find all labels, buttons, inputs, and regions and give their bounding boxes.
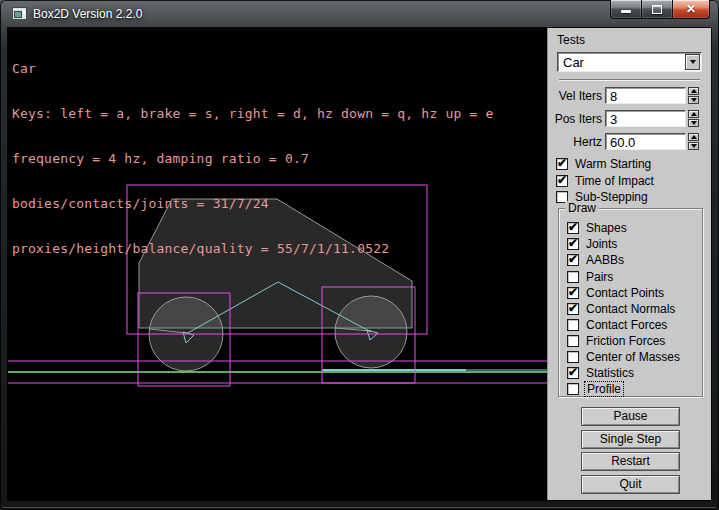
- checkbox-statistics[interactable]: ✔ Statistics: [567, 366, 634, 379]
- maximize-icon: [652, 5, 662, 14]
- checkbox-center-of-masses[interactable]: Center of Masses: [567, 350, 680, 363]
- checkbox-box[interactable]: ✔: [567, 367, 579, 379]
- test-title-line: Car: [12, 61, 494, 76]
- app-icon: [12, 7, 27, 20]
- check-mark: ✔: [568, 365, 578, 379]
- tests-dropdown[interactable]: Car: [557, 52, 702, 72]
- title-bar[interactable]: Box2D Version 2.2.0 ✕: [0, 0, 719, 28]
- close-icon: ✕: [686, 3, 696, 15]
- arrow-down-icon: [691, 144, 697, 148]
- hertz-value: 60.0: [610, 135, 635, 150]
- check-mark: ✔: [568, 301, 578, 315]
- checkbox-contact-normals[interactable]: ✔ Contact Normals: [567, 302, 675, 315]
- check-mark: ✔: [568, 285, 578, 299]
- checkbox-warm-starting[interactable]: ✔ Warm Starting: [556, 157, 651, 170]
- pos-iters-label: Pos Iters: [548, 112, 602, 126]
- checkbox-label: Contact Forces: [586, 318, 667, 332]
- checkbox-box[interactable]: [567, 351, 579, 363]
- checkbox-label: Contact Normals: [586, 302, 675, 316]
- checkbox-box[interactable]: [567, 319, 579, 331]
- tests-dropdown-button[interactable]: [685, 54, 700, 70]
- hertz-spin-up[interactable]: [688, 133, 699, 141]
- client-area: Car Keys: left = a, brake = s, right = d…: [8, 28, 711, 500]
- checkbox-label: Time of Impact: [575, 174, 654, 188]
- pause-button[interactable]: Pause: [581, 407, 680, 426]
- checkbox-box[interactable]: ✔: [556, 158, 568, 170]
- checkbox-pairs[interactable]: Pairs: [567, 270, 613, 283]
- restart-button[interactable]: Restart: [581, 452, 680, 471]
- checkbox-label: Joints: [586, 237, 617, 251]
- close-button[interactable]: ✕: [672, 0, 710, 19]
- checkbox-time-of-impact[interactable]: ✔ Time of Impact: [556, 174, 654, 187]
- checkbox-label: Center of Masses: [586, 350, 680, 364]
- pos-iters-field[interactable]: 3: [605, 110, 686, 127]
- checkbox-friction-forces[interactable]: Friction Forces: [567, 334, 665, 347]
- check-mark: ✔: [568, 252, 578, 266]
- pos-iters-spin-up[interactable]: [688, 110, 699, 118]
- checkbox-label: AABBs: [586, 253, 624, 267]
- arrow-down-icon: [691, 98, 697, 102]
- proxies-line: proxies/height/balance/quality = 55/7/1/…: [12, 241, 494, 256]
- simulation-viewport[interactable]: Car Keys: left = a, brake = s, right = d…: [8, 28, 547, 500]
- window-title: Box2D Version 2.2.0: [33, 7, 142, 21]
- checkbox-box[interactable]: ✔: [567, 222, 579, 234]
- checkbox-contact-forces[interactable]: Contact Forces: [567, 318, 667, 331]
- bodies-line: bodies/contacts/joints = 31/7/24: [12, 196, 494, 211]
- checkbox-label: Friction Forces: [586, 334, 665, 348]
- checkbox-box[interactable]: ✔: [567, 238, 579, 250]
- tests-dropdown-value: Car: [563, 55, 584, 70]
- minimize-button[interactable]: [610, 0, 642, 19]
- pos-iters-value: 3: [610, 112, 617, 127]
- checkbox-box[interactable]: ✔: [556, 175, 568, 187]
- checkbox-contact-points[interactable]: ✔ Contact Points: [567, 286, 664, 299]
- debug-text: Car Keys: left = a, brake = s, right = d…: [12, 31, 494, 286]
- vel-iters-field[interactable]: 8: [605, 87, 686, 104]
- checkbox-label: Contact Points: [586, 286, 664, 300]
- pos-iters-spinner: [688, 110, 699, 127]
- checkbox-box[interactable]: [567, 335, 579, 347]
- quit-button[interactable]: Quit: [581, 475, 680, 494]
- hertz-row: Hertz 60.0: [548, 133, 712, 150]
- checkbox-box[interactable]: ✔: [567, 287, 579, 299]
- hertz-label: Hertz: [548, 135, 602, 149]
- arrow-down-icon: [691, 121, 697, 125]
- checkbox-shapes[interactable]: ✔ Shapes: [567, 221, 627, 234]
- maximize-button[interactable]: [641, 0, 673, 19]
- minimize-icon: [621, 10, 631, 13]
- hertz-field[interactable]: 60.0: [605, 133, 686, 150]
- checkbox-label: Profile: [584, 381, 624, 397]
- check-mark: ✔: [568, 236, 578, 250]
- check-mark: ✔: [557, 173, 567, 187]
- control-panel: Tests Car Vel Iters 8 Pos Iters 3: [547, 28, 711, 500]
- hertz-spin-down[interactable]: [688, 142, 699, 150]
- vel-iters-value: 8: [610, 89, 617, 104]
- tests-label: Tests: [557, 33, 585, 47]
- checkbox-label: Shapes: [586, 221, 627, 235]
- window-controls: ✕: [610, 0, 710, 19]
- check-mark: ✔: [557, 156, 567, 170]
- check-mark: ✔: [568, 220, 578, 234]
- checkbox-label: Warm Starting: [575, 157, 651, 171]
- checkbox-box[interactable]: ✔: [567, 303, 579, 315]
- pos-iters-spin-down[interactable]: [688, 119, 699, 127]
- single-step-button[interactable]: Single Step: [581, 430, 680, 449]
- checkbox-aabbs[interactable]: ✔ AABBs: [567, 253, 624, 266]
- app-icon-screen: [14, 11, 22, 18]
- checkbox-joints[interactable]: ✔ Joints: [567, 237, 617, 250]
- arrow-up-icon: [691, 112, 697, 116]
- draw-group-title: Draw: [565, 201, 599, 215]
- vel-iters-spin-down[interactable]: [688, 96, 699, 104]
- checkbox-box[interactable]: [567, 271, 579, 283]
- vel-iters-spin-up[interactable]: [688, 87, 699, 95]
- checkbox-label: Pairs: [586, 270, 613, 284]
- keys-line: Keys: left = a, brake = s, right = d, hz…: [12, 106, 494, 121]
- checkbox-box[interactable]: ✔: [567, 254, 579, 266]
- checkbox-label: Statistics: [586, 366, 634, 380]
- checkbox-box[interactable]: [567, 383, 579, 395]
- hertz-spinner: [688, 133, 699, 150]
- checkbox-profile[interactable]: Profile: [567, 382, 624, 395]
- app-icon-led: [23, 10, 25, 15]
- app-window: Box2D Version 2.2.0 ✕ Car Keys: left = a…: [0, 0, 719, 510]
- chevron-down-icon: [690, 60, 696, 64]
- pos-iters-row: Pos Iters 3: [548, 110, 712, 127]
